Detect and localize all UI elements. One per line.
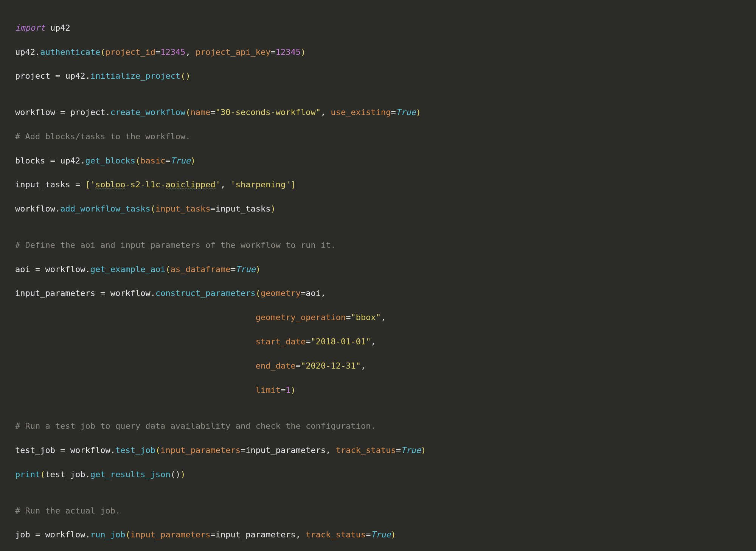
code-line-8: input_tasks = ['sobloo-s2-l1c-aoiclipped… <box>15 179 741 191</box>
code-line-14: geometry_operation="bbox", <box>15 311 741 324</box>
code-line-15: start_date="2018-01-01", <box>15 336 741 348</box>
code-line-6: # Add blocks/tasks to the workflow. <box>15 131 741 143</box>
fn-run-job: run_job <box>90 530 126 539</box>
fn-construct-parameters: construct_parameters <box>155 288 256 298</box>
code-line-12: aoi = workflow.get_example_aoi(as_datafr… <box>15 263 741 276</box>
spellcheck-squiggle: aoiclipped <box>165 180 215 189</box>
fn-get-example-aoi: get_example_aoi <box>90 265 166 274</box>
code-line-16: end_date="2020-12-31", <box>15 360 741 372</box>
code-block: import up42 up42.authenticate(project_id… <box>0 0 756 551</box>
code-line-9: workflow.add_workflow_tasks(input_tasks=… <box>15 203 741 215</box>
comment: # Run the actual job. <box>15 506 120 515</box>
code-line-20: test_job = workflow.test_job(input_param… <box>15 444 741 456</box>
fn-authenticate: authenticate <box>40 47 100 57</box>
comment: # Add blocks/tasks to the workflow. <box>15 132 191 141</box>
code-line-23: # Run the actual job. <box>15 505 741 517</box>
code-line-3: project = up42.initialize_project() <box>15 70 741 82</box>
fn-create-workflow: create_workflow <box>110 107 186 117</box>
code-line-13: input_parameters = workflow.construct_pa… <box>15 287 741 299</box>
fn-test-job: test_job <box>115 445 155 455</box>
code-line-17: limit=1) <box>15 384 741 396</box>
code-line-1: import up42 <box>15 22 741 34</box>
module-name: up42 <box>50 23 70 33</box>
code-line-19: # Run a test job to query data availabil… <box>15 420 741 432</box>
fn-get-results-json: get_results_json <box>90 470 171 479</box>
code-line-24: job = workflow.run_job(input_parameters=… <box>15 529 741 541</box>
code-line-21: print(test_job.get_results_json()) <box>15 469 741 481</box>
code-line-2: up42.authenticate(project_id=12345, proj… <box>15 46 741 58</box>
comment: # Define the aoi and input parameters of… <box>15 240 336 250</box>
code-line-5: workflow = project.create_workflow(name=… <box>15 106 741 118</box>
fn-get-blocks: get_blocks <box>85 156 135 165</box>
comment: # Run a test job to query data availabil… <box>15 421 376 431</box>
keyword-import: import <box>15 23 45 33</box>
fn-initialize-project: initialize_project <box>90 71 180 81</box>
spellcheck-squiggle: sobloo <box>95 180 125 189</box>
fn-add-workflow-tasks: add_workflow_tasks <box>60 204 150 213</box>
fn-print: print <box>15 470 40 479</box>
code-line-7: blocks = up42.get_blocks(basic=True) <box>15 155 741 167</box>
code-line-11: # Define the aoi and input parameters of… <box>15 239 741 251</box>
